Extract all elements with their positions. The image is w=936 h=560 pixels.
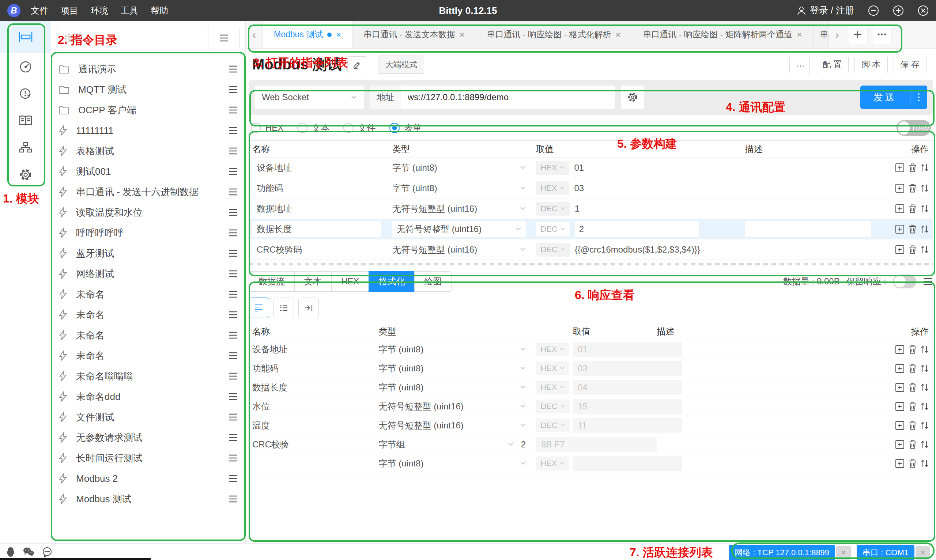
directive-list-item[interactable]: Modbus 2	[51, 468, 245, 489]
keep-response-toggle[interactable]	[893, 274, 916, 288]
delete-row-icon[interactable]	[908, 364, 917, 373]
tabs-scroll-right[interactable]: ›	[829, 21, 846, 48]
value-format-select[interactable]: DEC	[536, 202, 569, 216]
item-menu-icon[interactable]	[228, 352, 238, 359]
more-actions-button[interactable]: …	[790, 55, 810, 74]
param-type-select[interactable]: 无符号短整型 (uint16)	[392, 244, 526, 255]
connection-pill[interactable]: 串口 : COM1 ×	[857, 545, 930, 560]
close-window-icon[interactable]	[918, 5, 929, 16]
item-menu-icon[interactable]	[228, 106, 238, 114]
menu-file[interactable]: 文件	[31, 5, 48, 17]
insert-row-icon[interactable]	[895, 383, 905, 392]
module-panel[interactable]	[0, 53, 51, 80]
maximize-icon[interactable]	[893, 5, 904, 16]
move-row-icon[interactable]	[921, 364, 929, 373]
param-value-field[interactable]: 2	[575, 221, 699, 237]
directive-list-item[interactable]: 未命名嗡嗡嗡	[51, 366, 245, 386]
directory-menu-button[interactable]	[208, 27, 240, 49]
qq-icon[interactable]	[6, 546, 15, 557]
directive-tab[interactable]: 串口通讯 - 发送文本数据 ×	[353, 21, 476, 48]
close-tab-icon[interactable]: ×	[616, 29, 621, 40]
item-menu-icon[interactable]	[228, 250, 238, 257]
item-menu-icon[interactable]	[228, 86, 238, 93]
tabbar-more-button[interactable]	[872, 25, 892, 44]
param-value-field[interactable]: 01	[574, 163, 584, 173]
module-document[interactable]	[0, 107, 51, 134]
move-row-icon[interactable]	[921, 402, 929, 411]
script-button[interactable]: 脚 本	[854, 55, 887, 74]
address-input[interactable]	[401, 86, 615, 109]
move-row-icon[interactable]	[921, 440, 929, 449]
insert-row-icon[interactable]	[895, 345, 905, 354]
menu-project[interactable]: 项目	[61, 5, 78, 17]
value-format-select[interactable]: HEX	[536, 181, 569, 195]
save-button[interactable]: 保 存	[894, 55, 927, 74]
delete-row-icon[interactable]	[908, 421, 917, 430]
directive-list-item[interactable]: MQTT 测试	[51, 79, 245, 100]
move-row-icon[interactable]	[921, 225, 929, 234]
param-type-select[interactable]: 字节 (uint8)	[392, 162, 526, 174]
move-row-icon[interactable]	[921, 204, 929, 214]
insert-row-icon[interactable]	[895, 183, 905, 193]
insert-row-icon[interactable]	[895, 364, 905, 373]
endian-mode-button[interactable]: 大端模式	[378, 55, 424, 74]
item-menu-icon[interactable]	[228, 209, 238, 216]
module-settings[interactable]	[0, 161, 51, 188]
directive-list-item[interactable]: 未命名ddd	[51, 386, 245, 407]
item-menu-icon[interactable]	[228, 147, 238, 155]
insert-row-icon[interactable]	[895, 421, 905, 430]
response-view-tab[interactable]: HEX	[331, 271, 369, 292]
view-aligned-button[interactable]	[249, 297, 269, 318]
directive-list-item[interactable]: 表格测试	[51, 141, 245, 161]
edit-title-button[interactable]	[347, 56, 367, 73]
directive-list-item[interactable]: 读取温度和水位	[51, 202, 245, 223]
module-environment[interactable]	[0, 134, 51, 161]
item-menu-icon[interactable]	[228, 188, 238, 195]
delete-row-icon[interactable]	[908, 245, 917, 254]
move-row-icon[interactable]	[921, 245, 929, 254]
config-button[interactable]: 配 置	[816, 55, 848, 74]
insert-row-icon[interactable]	[895, 204, 905, 214]
param-name-field[interactable]: CRC校验码	[252, 242, 381, 258]
directive-tab[interactable]: Modbus 测试 ×	[263, 21, 353, 48]
move-row-icon[interactable]	[921, 345, 929, 354]
param-value-field[interactable]: 1	[575, 204, 579, 214]
response-menu-icon[interactable]	[923, 277, 933, 286]
param-name-field[interactable]: 功能码	[252, 180, 381, 196]
value-format-select[interactable]: DEC	[536, 222, 569, 236]
item-menu-icon[interactable]	[228, 495, 238, 503]
close-connection-icon[interactable]: ×	[836, 546, 851, 560]
delete-row-icon[interactable]	[908, 459, 917, 468]
response-view-tab[interactable]: 格式化	[368, 271, 415, 292]
insert-row-icon[interactable]	[895, 440, 905, 449]
response-view-tab[interactable]: 绘图	[414, 271, 451, 292]
close-tab-icon[interactable]: ×	[336, 29, 341, 40]
param-name-field[interactable]: 数据长度	[252, 221, 381, 237]
delete-row-icon[interactable]	[908, 163, 917, 172]
module-directives[interactable]	[0, 21, 51, 53]
directive-list-item[interactable]: 长时间运行测试	[51, 448, 245, 468]
directive-list-item[interactable]: 无参数请求测试	[51, 427, 245, 448]
param-value-field[interactable]: {{@crc16modbus($1,$2,$3,$4)}}	[575, 245, 700, 255]
param-name-field[interactable]: 数据地址	[252, 201, 381, 217]
move-row-icon[interactable]	[921, 163, 929, 172]
directive-list-item[interactable]: 测试001	[51, 161, 245, 182]
param-value-field[interactable]: 03	[574, 183, 584, 193]
param-desc-field[interactable]	[745, 180, 871, 196]
send-button[interactable]: 发送	[860, 86, 927, 109]
connection-pill[interactable]: 网络 : TCP 127.0.0.1:8899 ×	[729, 545, 851, 560]
jump-to-end-button[interactable]	[298, 297, 319, 318]
item-menu-icon[interactable]	[228, 393, 238, 400]
param-type-select[interactable]: 无符号短整型 (uint16)	[392, 221, 526, 237]
minimize-icon[interactable]	[868, 5, 879, 16]
value-format-select[interactable]: DEC	[536, 243, 569, 257]
item-menu-icon[interactable]	[228, 332, 238, 339]
param-desc-field[interactable]	[745, 221, 871, 237]
raw-toggle[interactable]: RAW	[896, 120, 931, 136]
param-desc-field[interactable]	[745, 201, 871, 217]
insert-row-icon[interactable]	[895, 245, 905, 254]
item-menu-icon[interactable]	[228, 414, 238, 421]
menu-tools[interactable]: 工具	[121, 5, 138, 17]
item-menu-icon[interactable]	[228, 311, 238, 318]
delete-row-icon[interactable]	[908, 225, 917, 234]
